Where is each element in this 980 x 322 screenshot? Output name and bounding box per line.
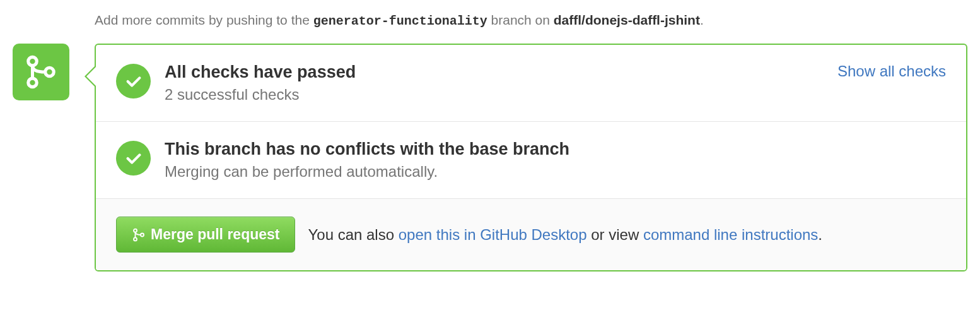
merge-pull-request-button[interactable]: Merge pull request (116, 217, 295, 253)
merge-area-row: All checks have passed 2 successful chec… (13, 44, 967, 271)
push-hint-text: Add more commits by pushing to the gener… (95, 13, 967, 28)
svg-point-1 (28, 78, 37, 87)
hint-suffix: . (700, 13, 704, 27)
svg-point-2 (45, 68, 54, 76)
svg-point-0 (28, 57, 37, 66)
svg-point-4 (134, 237, 137, 241)
merge-status-panel: All checks have passed 2 successful chec… (95, 44, 967, 271)
merge-button-label: Merge pull request (151, 226, 279, 243)
checks-description: 2 successful checks (165, 86, 946, 104)
pull-request-merge-area: Add more commits by pushing to the gener… (0, 0, 980, 284)
hint-middle: branch on (487, 13, 554, 27)
branch-name: generator-functionality (313, 14, 487, 28)
hint-prefix: Add more commits by pushing to the (95, 13, 313, 27)
checks-status-section: All checks have passed 2 successful chec… (96, 45, 966, 121)
merge-timeline-badge (13, 44, 69, 100)
conflicts-description: Merging can be performed automatically. (165, 163, 946, 181)
conflicts-heading: This branch has no conflicts with the ba… (165, 140, 946, 159)
git-merge-icon (24, 55, 58, 89)
repo-name: daffl/donejs-daffl-jshint (554, 13, 700, 27)
merge-hint-prefix: You can also (308, 226, 398, 243)
merge-hint-middle: or view (587, 226, 643, 243)
svg-point-5 (141, 233, 144, 236)
merge-action-section: Merge pull request You can also open thi… (96, 198, 966, 270)
conflicts-status-section: This branch has no conflicts with the ba… (96, 121, 966, 198)
checks-success-icon (116, 64, 151, 98)
svg-point-3 (134, 229, 137, 232)
git-merge-icon (132, 228, 146, 242)
open-desktop-link[interactable]: open this in GitHub Desktop (399, 226, 587, 243)
conflicts-status-text: This branch has no conflicts with the ba… (165, 140, 946, 181)
cli-instructions-link[interactable]: command line instructions (643, 226, 818, 243)
conflicts-success-icon (116, 141, 151, 176)
merge-hint-suffix: . (818, 226, 822, 243)
checks-heading: All checks have passed (165, 63, 946, 82)
show-all-checks-link[interactable]: Show all checks (837, 63, 946, 80)
merge-hint-text: You can also open this in GitHub Desktop… (308, 226, 822, 244)
checks-status-text: All checks have passed 2 successful chec… (165, 63, 946, 104)
